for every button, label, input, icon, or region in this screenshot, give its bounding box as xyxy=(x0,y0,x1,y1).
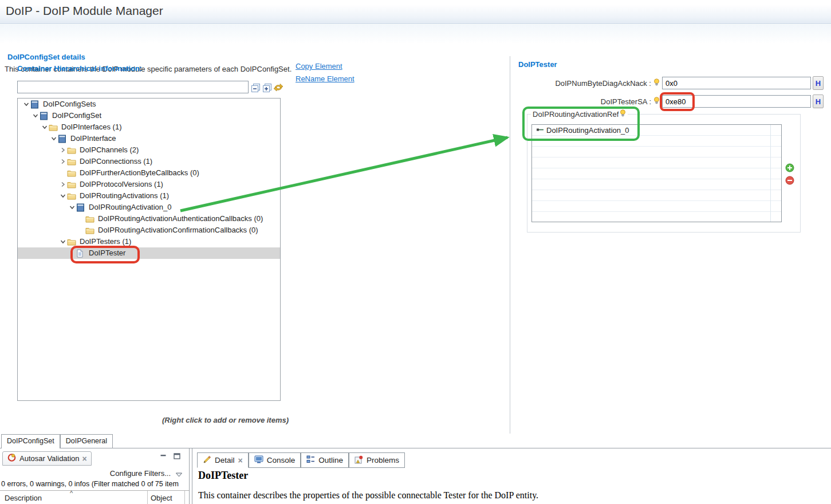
chevron-down-icon[interactable] xyxy=(68,203,76,211)
tree-item-label: DoIPInterfaces (1) xyxy=(61,121,125,133)
field-label-testersa: DoIPTesterSA : xyxy=(518,97,651,106)
tree-item-doiproutingactivation-0[interactable]: DoIPRoutingActivation_0 xyxy=(18,202,280,213)
tree-item-doipinterfaces-1[interactable]: DoIPInterfaces (1) xyxy=(18,121,280,133)
column-divider[interactable] xyxy=(184,491,185,504)
chevron-right-icon[interactable] xyxy=(59,158,67,166)
tree-item-label: DoIPConnectionss (1) xyxy=(80,156,156,167)
tree-item-doiptesters-1[interactable]: DoIPTesters (1) xyxy=(18,236,280,247)
routing-activation-ref-list: DoIPRoutingActivation_0 xyxy=(531,124,782,222)
doip-module-manager-window: DoIP - DoIP Module Manager DoIPConfigSet… xyxy=(0,0,831,504)
tab-problems[interactable]: Problems xyxy=(349,452,405,468)
detail-heading: DoIPTester xyxy=(198,470,248,482)
validation-icon xyxy=(7,453,17,464)
tree-item-label: DoIPRoutingActivation_0 xyxy=(89,202,175,213)
tree-item-label: DoIPInterface xyxy=(70,133,120,144)
tab-autosar-validation[interactable]: Autosar Validation × xyxy=(2,451,92,466)
chevron-down-icon[interactable] xyxy=(22,100,30,108)
tree-item-label: DoIPRoutingActivations (1) xyxy=(80,190,172,202)
tab-label: Detail xyxy=(215,456,235,464)
column-divider[interactable] xyxy=(147,491,148,504)
folder-icon xyxy=(67,157,77,166)
module-icon xyxy=(30,100,41,109)
tab-console[interactable]: Console xyxy=(249,452,301,468)
tree-item-label: DoIPChannels (2) xyxy=(80,144,142,156)
tree-item-label: DoIPRoutingActivationAuthenticationCallb… xyxy=(98,213,266,225)
tree-item-label: DoIPTester xyxy=(89,247,129,259)
close-icon[interactable]: × xyxy=(238,456,243,465)
tree-search-input[interactable] xyxy=(17,81,249,93)
tree-item-doipfurtheractionbytecallbacks-0[interactable]: DoIPFurtherActionByteCallbacks (0) xyxy=(18,167,280,179)
collapse-all-icon[interactable] xyxy=(250,82,261,93)
tree-item-doiproutingactivations-1[interactable]: DoIPRoutingActivations (1) xyxy=(18,190,280,202)
chevron-down-icon[interactable] xyxy=(31,112,40,120)
tree-panel-title: Container Hierarchical information: xyxy=(17,64,142,73)
tree-item-doipconfigset[interactable]: DoIPConfigSet xyxy=(18,110,280,121)
minimize-icon[interactable] xyxy=(159,452,167,460)
tree-item-doipconnectionss-1[interactable]: DoIPConnectionss (1) xyxy=(18,156,280,167)
tester-section-title: DoIPTester xyxy=(518,60,557,69)
chevron-right-icon[interactable] xyxy=(59,180,67,188)
chevron-right-icon[interactable] xyxy=(59,146,67,154)
folder-icon xyxy=(67,145,77,155)
chevron-down-icon[interactable] xyxy=(41,123,49,131)
tree-item-doipinterface[interactable]: DoIPInterface xyxy=(18,133,280,144)
document-icon xyxy=(76,249,86,258)
view-menu-icon[interactable] xyxy=(175,470,183,480)
tab-outline[interactable]: Outline xyxy=(301,452,349,468)
copy-element-link[interactable]: Copy Element xyxy=(296,62,342,70)
tree-item-label: DoIPRoutingActivationConfirmationCallbac… xyxy=(98,225,262,236)
hex-toggle-button[interactable]: H xyxy=(813,94,824,108)
sync-icon[interactable] xyxy=(273,82,283,92)
panel-divider xyxy=(510,56,510,434)
chevron-down-icon[interactable] xyxy=(59,192,67,200)
numbytediagacknack-input[interactable] xyxy=(662,77,811,89)
detail-description: This container describes the properties … xyxy=(198,490,538,501)
tree-item-doipchannels-2[interactable]: DoIPChannels (2) xyxy=(18,144,280,156)
module-icon xyxy=(40,111,50,120)
close-icon[interactable]: × xyxy=(82,454,87,463)
module-icon xyxy=(58,134,68,143)
tree-item-doiproutingactivationauthenticationcallbacks-0[interactable]: DoIPRoutingActivationAuthenticationCallb… xyxy=(18,213,280,225)
tab-detail[interactable]: Detail× xyxy=(197,452,249,468)
tree-item-doiptester[interactable]: DoIPTester xyxy=(18,247,280,259)
console-icon xyxy=(254,455,263,466)
tree-item-label: DoIPConfigSets xyxy=(43,99,100,110)
validation-table-header: ^ Description Object xyxy=(0,490,189,504)
folder-icon xyxy=(49,123,59,132)
plus-icon[interactable] xyxy=(785,163,794,172)
field-label-numbytediagacknack: DoIPNumByteDiagAckNack : xyxy=(518,79,651,88)
detail-view-tabs: Detail×ConsoleOutlineProblems xyxy=(197,452,405,468)
validation-summary-text: 0 errors, 0 warnings, 0 infos (Filter ma… xyxy=(1,480,190,488)
tab-label: Problems xyxy=(367,456,399,464)
lightbulb-icon xyxy=(620,109,626,119)
problems-icon xyxy=(355,455,363,466)
minus-icon[interactable] xyxy=(785,176,794,185)
chevron-down-icon[interactable] xyxy=(50,135,58,143)
tab-doipgeneral[interactable]: DoIPGeneral xyxy=(60,434,113,448)
tab-doipconfigset[interactable]: DoIPConfigSet xyxy=(1,434,60,448)
column-header-object[interactable]: Object xyxy=(151,494,172,502)
testersa-input[interactable] xyxy=(662,95,811,108)
detail-view: Detail×ConsoleOutlineProblems DoIPTester… xyxy=(192,448,831,504)
maximize-icon[interactable] xyxy=(173,452,181,460)
tab-label: Outline xyxy=(318,456,343,464)
folder-icon xyxy=(67,168,77,178)
editor-tabs: DoIPConfigSetDoIPGeneral xyxy=(1,434,113,448)
page-title: DoIP - DoIP Module Manager xyxy=(6,4,163,18)
column-header-description[interactable]: Description xyxy=(5,494,42,502)
ref-list-item[interactable]: DoIPRoutingActivation_0 xyxy=(532,125,781,136)
module-icon xyxy=(76,203,86,212)
tree-item-label: DoIPTesters (1) xyxy=(80,236,135,247)
tree-item-doipprotocolversions-1[interactable]: DoIPProtocolVersions (1) xyxy=(18,179,280,190)
tree-item-label: DoIPConfigSet xyxy=(52,110,105,121)
configure-filters-button[interactable]: Configure Filters... xyxy=(86,469,171,478)
tree-item-doipconfigsets[interactable]: DoIPConfigSets xyxy=(18,99,280,110)
expand-all-icon[interactable] xyxy=(262,82,273,93)
folder-icon xyxy=(67,191,77,200)
chevron-down-icon[interactable] xyxy=(59,238,67,246)
hex-toggle-button[interactable]: H xyxy=(813,76,824,90)
folder-icon xyxy=(85,226,96,235)
chevron-spacer xyxy=(59,169,67,177)
tree-item-doiproutingactivationconfirmationcallbacks-0[interactable]: DoIPRoutingActivationConfirmationCallbac… xyxy=(18,225,280,236)
rename-element-link[interactable]: ReName Element xyxy=(296,74,355,83)
